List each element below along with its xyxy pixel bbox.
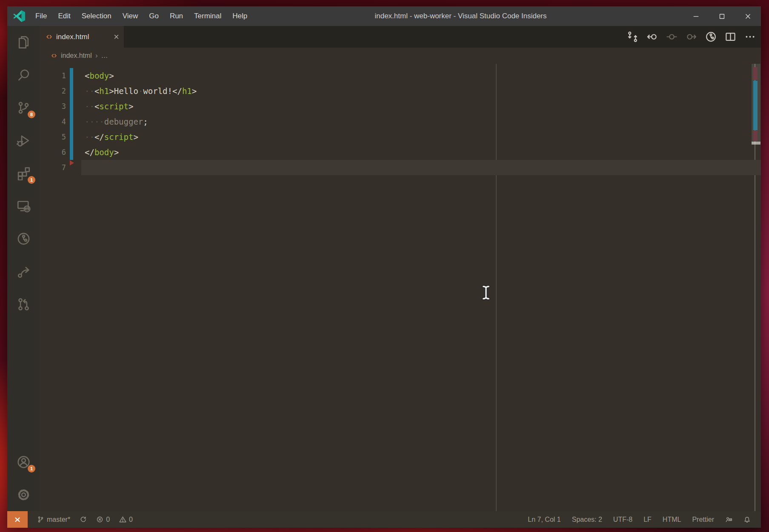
code-line[interactable]: 7 [40,160,761,175]
code-text: ··<script> [85,99,133,114]
git-modified-gutter-bar [70,99,73,114]
language-mode[interactable]: HTML [663,511,681,528]
code-line[interactable]: 1<body> [40,68,761,83]
activity-explorer[interactable] [7,26,40,59]
menu-go[interactable]: Go [143,6,164,26]
encoding-label: UTF-8 [613,516,632,523]
close-window-button[interactable] [735,6,761,26]
line-number: 1 [40,68,66,83]
activity-run-and-debug[interactable] [7,124,40,157]
badge: 1 [28,465,35,472]
title-bar[interactable]: FileEditSelectionViewGoRunTerminalHelp i… [7,6,761,26]
remote-indicator[interactable] [7,511,28,528]
git-modified-gutter-bar [70,129,73,145]
tab-label: index.html [56,33,89,41]
more-actions-icon [744,31,756,43]
minimize-button[interactable] [683,6,709,26]
line-number: 6 [40,145,66,160]
live-share-icon [17,265,31,279]
menu-file[interactable]: File [30,6,52,26]
git-modified-gutter-bar [70,68,73,83]
activity-extensions[interactable]: 1 [7,157,40,190]
end-of-line[interactable]: LF [643,511,652,528]
feedback-icon [725,516,732,523]
split-editor-icon [725,31,736,43]
desktop-wallpaper: FileEditSelectionViewGoRunTerminalHelp i… [0,0,769,532]
git-modified-gutter-bar [70,83,73,99]
accounts-button[interactable]: 1 [7,446,40,478]
navigate-back-button[interactable] [646,31,658,43]
formatter-label: Prettier [692,516,714,523]
sync-changes-button[interactable] [80,511,87,528]
code-line[interactable]: 2··<h1>Hello·world!</h1> [40,83,761,99]
feedback-button[interactable] [725,511,732,528]
warnings-count[interactable]: 0 [119,511,133,528]
menu-bar: FileEditSelectionViewGoRunTerminalHelp [30,6,253,26]
breadcrumb-more[interactable]: … [101,52,108,60]
status-bar: master*00 Ln 7, Col 1Spaces: 2UTF-8LFHTM… [7,511,761,528]
activity-search[interactable] [7,59,40,91]
errors-count[interactable]: 0 [96,511,110,528]
git-branch[interactable]: master* [37,511,70,528]
mouse-ibeam-cursor [481,285,491,302]
activity-live-share[interactable] [7,255,40,288]
line-number: 2 [40,83,66,99]
code-line[interactable]: 5··</script> [40,129,761,145]
more-actions-button[interactable] [744,31,756,43]
formatter[interactable]: Prettier [692,511,714,528]
tab-close-icon[interactable] [113,34,120,40]
code-text: </body> [85,145,119,160]
menu-edit[interactable]: Edit [52,6,76,26]
menu-help[interactable]: Help [227,6,253,26]
html-file-icon [46,33,53,40]
pull-request-icon [17,297,31,311]
activity-source-control[interactable]: 8 [7,91,40,124]
git-modified-gutter-bar [70,145,73,160]
bell-icon [743,516,751,523]
line-number: 3 [40,99,66,114]
cursor-position[interactable]: Ln 7, Col 1 [528,511,560,528]
code-text: ··</script> [85,129,138,145]
back-circle-icon [646,31,658,43]
activity-timeline[interactable] [7,222,40,255]
split-editor-button[interactable] [725,31,736,43]
git-deleted-lines-marker [70,160,74,165]
code-line[interactable]: 4····debugger; [40,114,761,129]
vscode-window: FileEditSelectionViewGoRunTerminalHelp i… [7,6,761,528]
menu-terminal[interactable]: Terminal [189,6,227,26]
menu-view[interactable]: View [117,6,144,26]
remote-explorer-icon [17,199,31,213]
prev-change-icon [666,31,678,43]
open-timeline-button[interactable] [705,31,717,43]
vscode-insiders-logo-icon [13,10,26,23]
activity-remote-explorer[interactable] [7,190,40,222]
next-change-button[interactable] [686,31,697,43]
run-debug-icon [17,134,31,148]
breadcrumb: index.html › … [40,48,761,64]
breadcrumb-file[interactable]: index.html [61,52,92,60]
code-line[interactable]: 6</body> [40,145,761,160]
indentation[interactable]: Spaces: 2 [572,511,602,528]
git-branch-icon [37,516,44,523]
line-number: 7 [40,160,66,175]
code-text: ····debugger; [85,114,148,129]
previous-change-button[interactable] [666,31,678,43]
language-mode-label: HTML [663,516,681,523]
notifications-bell[interactable] [743,511,751,528]
timeline-icon [705,31,717,43]
git-branch-label: master* [47,516,70,523]
search-icon [17,68,31,82]
activity-pull-requests[interactable] [7,288,40,321]
code-editor[interactable]: 1<body>2··<h1>Hello·world!</h1>3··<scrip… [40,64,761,511]
tab-index-html[interactable]: index.html [40,26,124,48]
open-changes-button[interactable] [627,31,638,43]
maximize-button[interactable] [709,6,735,26]
menu-selection[interactable]: Selection [76,6,117,26]
encoding[interactable]: UTF-8 [613,511,632,528]
errors-count-label: 0 [106,516,110,523]
menu-run[interactable]: Run [164,6,189,26]
settings-gear-button[interactable] [7,478,40,511]
html-file-icon [51,52,57,59]
code-line[interactable]: 3··<script> [40,99,761,114]
maximize-icon [718,13,726,20]
